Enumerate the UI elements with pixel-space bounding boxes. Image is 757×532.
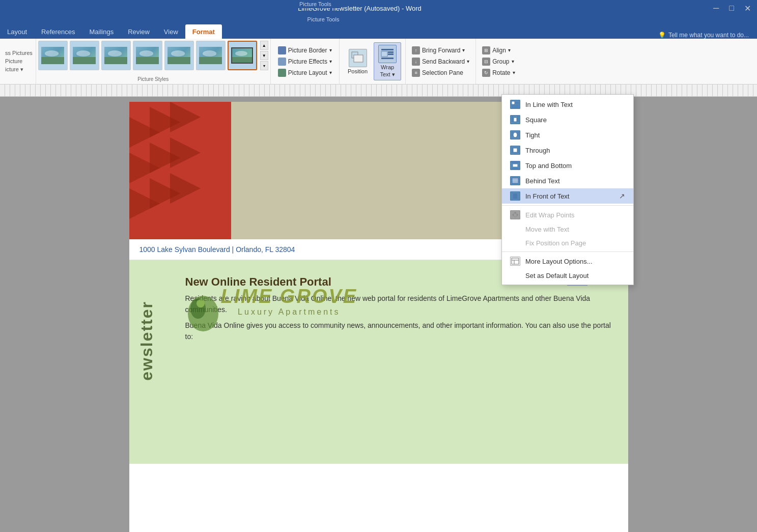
picture-tools-label: Picture Tools bbox=[290, 0, 341, 8]
menu-item-morelayout[interactable]: More Layout Options... bbox=[502, 254, 633, 269]
logo-overlay: LIME GROVE Luxury Apartments bbox=[190, 286, 358, 317]
close-icon[interactable]: ✕ bbox=[744, 4, 751, 13]
svg-rect-47 bbox=[513, 148, 517, 152]
svg-point-70 bbox=[517, 214, 518, 216]
style-thumb-6[interactable] bbox=[196, 41, 226, 70]
side-label: ewsletter bbox=[137, 301, 156, 381]
svg-rect-26 bbox=[512, 101, 515, 104]
menu-divider-1 bbox=[502, 205, 633, 206]
wrap-text-dropdown: In Line with Text Square Tight Through T… bbox=[501, 94, 634, 285]
position-icon bbox=[349, 49, 367, 67]
svg-rect-2 bbox=[381, 49, 394, 50]
svg-rect-72 bbox=[512, 258, 519, 264]
picture-effects-icon bbox=[278, 58, 286, 66]
align-btn[interactable]: ⊞ Align ▾ bbox=[479, 45, 518, 55]
menu-item-editwrap: Edit Wrap Points bbox=[502, 207, 633, 222]
menu-item-setdefault[interactable]: Set as Default Layout bbox=[502, 269, 633, 283]
menu-item-topbottom[interactable]: Top and Bottom bbox=[502, 158, 633, 173]
para-2: Buena Vida Online gives you access to co… bbox=[185, 320, 618, 343]
picture2-label: icture ▾ bbox=[5, 66, 33, 73]
style-thumb-4[interactable] bbox=[133, 41, 162, 70]
scroll-up-btn[interactable]: ▲ bbox=[260, 41, 268, 50]
tab-references[interactable]: References bbox=[34, 24, 82, 39]
tab-mailings[interactable]: Mailings bbox=[82, 24, 121, 39]
logo-text: LIME GROVE bbox=[221, 286, 358, 307]
style-thumb-2[interactable] bbox=[70, 41, 99, 70]
bring-forward-btn[interactable]: ↑ Bring Forward ▾ bbox=[409, 45, 472, 55]
lightbulb-icon: 💡 bbox=[658, 32, 666, 39]
rotate-icon: ↻ bbox=[482, 69, 490, 77]
svg-rect-5 bbox=[388, 53, 394, 55]
wrap-text-icon bbox=[378, 45, 397, 63]
svg-marker-15 bbox=[170, 173, 201, 204]
logo-sub: Luxury Apartments bbox=[221, 307, 358, 317]
picture-border-btn[interactable]: Picture Border ▾ bbox=[275, 45, 335, 55]
svg-point-25 bbox=[197, 299, 205, 307]
picture-label: Picture bbox=[5, 58, 33, 64]
bring-forward-icon: ↑ bbox=[412, 46, 420, 54]
behind-wrap-icon bbox=[510, 176, 520, 185]
align-icon: ⊞ bbox=[482, 46, 490, 54]
square-wrap-icon bbox=[510, 115, 520, 124]
ruler bbox=[0, 85, 757, 97]
inline-icon bbox=[510, 100, 520, 109]
header-tan-section bbox=[231, 102, 526, 239]
editwrap-icon bbox=[510, 210, 520, 219]
menu-item-through[interactable]: Through bbox=[502, 143, 633, 158]
tell-me-input[interactable]: 💡 Tell me what you want to do... bbox=[650, 32, 757, 39]
adjust-pictures-label: ss Pictures bbox=[5, 50, 33, 56]
style-thumb-5[interactable] bbox=[164, 41, 194, 70]
minimize-icon[interactable]: ─ bbox=[713, 4, 719, 13]
style-thumb-3[interactable] bbox=[101, 41, 131, 70]
menu-item-infront[interactable]: In Front of Text ↗ bbox=[502, 188, 633, 204]
svg-rect-67 bbox=[513, 193, 517, 199]
svg-rect-4 bbox=[388, 51, 394, 53]
group-btn[interactable]: ⊟ Group ▾ bbox=[479, 57, 518, 67]
send-backward-icon: ↓ bbox=[412, 58, 420, 66]
scroll-down-btn[interactable]: ▼ bbox=[260, 51, 268, 60]
group-icon: ⊟ bbox=[482, 58, 490, 66]
menu-divider-2 bbox=[502, 251, 633, 252]
style-thumb-7[interactable] bbox=[228, 41, 257, 70]
svg-rect-31 bbox=[514, 118, 517, 122]
svg-rect-1 bbox=[354, 55, 363, 62]
tab-format[interactable]: Format bbox=[185, 24, 222, 39]
menu-item-behind[interactable]: Behind Text bbox=[502, 173, 633, 188]
svg-point-71 bbox=[513, 214, 514, 216]
tight-wrap-icon bbox=[510, 130, 520, 139]
cursor-indicator: ↗ bbox=[619, 192, 625, 200]
position-btn[interactable]: Position bbox=[344, 47, 372, 76]
style-thumb-1[interactable] bbox=[38, 41, 68, 70]
tab-layout[interactable]: Layout bbox=[0, 24, 34, 39]
document-area: 1000 Lake Sylvan Boulevard | Orlando, FL… bbox=[0, 97, 757, 532]
svg-marker-14 bbox=[170, 137, 201, 168]
svg-marker-13 bbox=[170, 102, 201, 132]
picture-effects-btn[interactable]: Picture Effects ▾ bbox=[275, 57, 335, 67]
rotate-btn[interactable]: ↻ Rotate ▾ bbox=[479, 68, 518, 78]
through-wrap-icon bbox=[510, 146, 520, 155]
app-title: LimeGrove newsletter (Autosaved) - Word bbox=[6, 5, 713, 12]
svg-rect-56 bbox=[513, 164, 518, 167]
tab-view[interactable]: View bbox=[157, 24, 185, 39]
menu-item-square[interactable]: Square bbox=[502, 112, 633, 127]
header-red-section bbox=[129, 102, 231, 239]
topbottom-wrap-icon bbox=[510, 161, 520, 170]
tab-review[interactable]: Review bbox=[121, 24, 157, 39]
svg-rect-3 bbox=[381, 51, 387, 57]
green-content: ewsletter LIME GROVE Luxury Apartments 🖼 bbox=[129, 260, 628, 464]
menu-item-fixpos: Fix Position on Page bbox=[502, 236, 633, 250]
picture-styles-label: Picture Styles bbox=[38, 76, 268, 82]
selection-pane-btn[interactable]: ≡ Selection Pane bbox=[409, 68, 472, 78]
scroll-more-btn[interactable]: ▾ bbox=[260, 61, 268, 70]
send-backward-btn[interactable]: ↓ Send Backward ▾ bbox=[409, 57, 472, 67]
morelayout-icon bbox=[510, 257, 520, 266]
menu-item-tight[interactable]: Tight bbox=[502, 127, 633, 143]
svg-point-69 bbox=[515, 212, 516, 214]
picture-border-icon bbox=[278, 46, 286, 54]
menu-item-movewith: Move with Text bbox=[502, 222, 633, 236]
maximize-icon[interactable]: □ bbox=[729, 4, 734, 13]
picture-layout-btn[interactable]: Picture Layout ▾ bbox=[275, 68, 335, 78]
picture-tools-tab-label: Picture Tools bbox=[290, 16, 356, 24]
menu-item-inline[interactable]: In Line with Text bbox=[502, 97, 633, 112]
wrap-text-btn[interactable]: WrapText ▾ bbox=[374, 42, 401, 80]
